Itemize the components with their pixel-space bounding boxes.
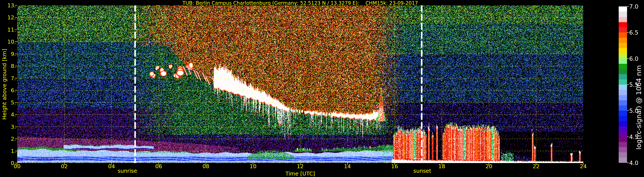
colorbar-band xyxy=(619,27,627,33)
y-tick-label: 1. xyxy=(1,148,16,154)
colorbar-band xyxy=(619,142,627,147)
colorbar-tick-mark xyxy=(627,84,629,85)
y-tick-label: 6. xyxy=(1,88,16,93)
x-tick-mark xyxy=(158,163,159,165)
y-tick-label: 10. xyxy=(1,39,16,45)
colorbar-tick-mark xyxy=(627,58,629,59)
colorbar-band xyxy=(619,48,627,53)
sunrise-label: sunrise xyxy=(118,168,137,174)
y-tick-label: 13. xyxy=(1,3,16,8)
colorbar-band xyxy=(619,38,627,43)
x-tick-mark xyxy=(489,163,489,165)
y-tick-mark xyxy=(15,138,17,139)
y-tick-mark xyxy=(15,30,17,30)
colorbar-band xyxy=(619,43,627,48)
y-tick-label: 8. xyxy=(1,63,16,69)
colorbar-band xyxy=(619,79,627,85)
x-tick-mark xyxy=(111,163,112,165)
colorbar-band xyxy=(619,12,627,17)
x-axis-label: Time [UTC] xyxy=(17,170,583,177)
heatmap-canvas xyxy=(17,5,583,163)
colorbar-band xyxy=(619,158,627,163)
x-tick-mark xyxy=(442,163,442,165)
colorbar-band xyxy=(619,22,627,27)
colorbar-band xyxy=(619,152,627,157)
colorbar-tick-mark xyxy=(627,137,629,137)
y-tick-mark xyxy=(15,42,17,42)
colorbar-band xyxy=(619,33,627,38)
colorbar-band xyxy=(619,121,627,126)
x-tick-mark xyxy=(64,163,64,165)
colorbar-tick-mark xyxy=(627,163,629,163)
colorbar-band xyxy=(619,126,627,131)
colorbar-band xyxy=(619,17,627,22)
sunset-label: sunset xyxy=(414,168,431,174)
y-tick-label: 11. xyxy=(1,27,16,33)
y-tick-mark xyxy=(15,5,17,6)
colorbar-tick-label: 6.0 xyxy=(629,56,638,62)
colorbar-band xyxy=(619,7,627,12)
y-tick-label: 7. xyxy=(1,76,16,81)
colorbar-band xyxy=(619,116,627,121)
x-tick-mark xyxy=(17,163,18,165)
x-tick-mark xyxy=(300,163,300,165)
y-axis-label: Height above ground [km] xyxy=(1,49,8,120)
y-tick-mark xyxy=(15,78,17,78)
x-tick-mark xyxy=(253,163,253,165)
colorbar-band xyxy=(619,69,627,74)
y-tick-mark xyxy=(15,126,17,127)
colorbar-tick-mark xyxy=(627,6,629,7)
y-tick-mark xyxy=(15,66,17,66)
y-tick-label: 4. xyxy=(1,112,16,117)
colorbar xyxy=(619,7,627,163)
y-tick-label: 5. xyxy=(1,100,16,105)
colorbar-tick-label: 6.5 xyxy=(629,30,638,36)
colorbar-tick-label: 7.0 xyxy=(629,4,638,10)
x-tick-mark xyxy=(206,163,206,165)
y-tick-mark xyxy=(15,151,17,151)
y-tick-mark xyxy=(15,90,17,90)
y-tick-label: 2. xyxy=(1,136,16,141)
y-tick-label: 3. xyxy=(1,124,16,129)
y-tick-mark xyxy=(15,102,17,103)
colorbar-band xyxy=(619,111,627,116)
y-tick-label: 12. xyxy=(1,15,16,20)
colorbar-band xyxy=(619,131,627,137)
x-tick-mark xyxy=(583,163,584,165)
colorbar-tick-mark xyxy=(627,110,629,111)
colorbar-band xyxy=(619,90,627,95)
x-tick-mark xyxy=(536,163,536,165)
colorbar-band xyxy=(619,64,627,69)
y-tick-mark xyxy=(15,114,17,115)
plot-title: TUB: Berlin Campus Charlottenburg (Germa… xyxy=(17,0,583,6)
ceilometer-quicklook: TUB: Berlin Campus Charlottenburg (Germa… xyxy=(0,0,644,177)
colorbar-band xyxy=(619,74,627,79)
colorbar-band xyxy=(619,95,627,100)
colorbar-band xyxy=(619,100,627,105)
y-tick-mark xyxy=(15,54,17,54)
y-tick-mark xyxy=(15,17,17,18)
x-tick-mark xyxy=(394,163,395,165)
colorbar-band xyxy=(619,85,627,90)
colorbar-band xyxy=(619,147,627,152)
y-tick-label: 9. xyxy=(1,51,16,57)
x-tick-mark xyxy=(347,163,348,165)
colorbar-band xyxy=(619,53,627,58)
colorbar-label: log(rc-signal) @ 1064 nm xyxy=(635,65,642,150)
colorbar-tick-mark xyxy=(627,32,629,33)
colorbar-band xyxy=(619,137,627,142)
colorbar-tick-label: 4.0 xyxy=(629,160,638,166)
colorbar-band xyxy=(619,59,627,64)
colorbar-band xyxy=(619,105,627,111)
